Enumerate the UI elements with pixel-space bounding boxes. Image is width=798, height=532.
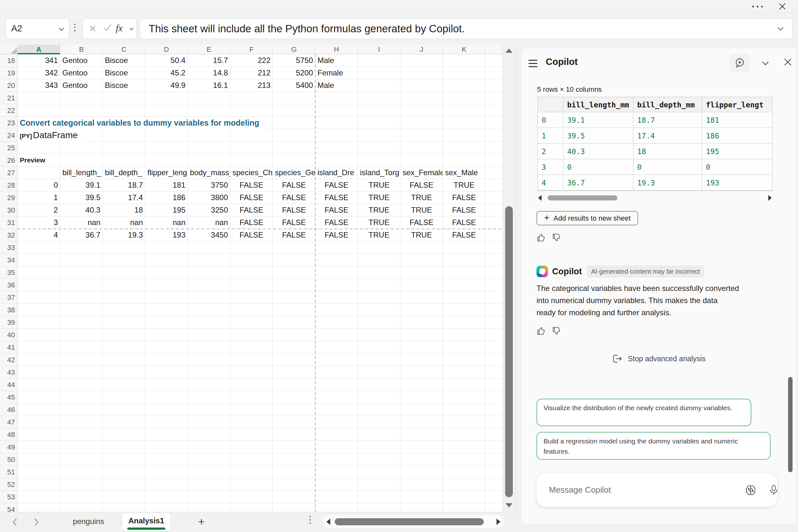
cell-E31[interactable]: nan xyxy=(188,216,230,229)
row-header-53[interactable]: 53 xyxy=(0,491,18,503)
cell-A26[interactable]: Preview xyxy=(18,154,60,167)
cell-B49[interactable] xyxy=(60,441,102,453)
vertical-scrollbar-thumb[interactable] xyxy=(505,206,513,497)
cell-J25[interactable] xyxy=(400,141,443,154)
name-box-chevron-icon[interactable] xyxy=(59,25,64,31)
cell-C31[interactable]: nan xyxy=(102,216,145,229)
cell-G53[interactable] xyxy=(273,491,315,503)
cell-I29[interactable]: TRUE xyxy=(358,191,400,204)
cell-J32[interactable]: TRUE xyxy=(400,229,443,241)
grid-vertical-scrollbar[interactable] xyxy=(503,45,515,512)
cell-I23[interactable] xyxy=(358,117,400,129)
cell-H54[interactable] xyxy=(315,503,358,512)
cell-partial-35[interactable] xyxy=(485,266,502,279)
cell-I28[interactable]: TRUE xyxy=(358,179,400,191)
cell-C37[interactable] xyxy=(102,291,145,304)
row-header-23[interactable]: 23 xyxy=(0,117,18,129)
cell-J23[interactable] xyxy=(400,117,443,129)
cell-J42[interactable] xyxy=(400,354,443,366)
row-header-29[interactable]: 29 xyxy=(0,191,18,204)
cell-G23[interactable] xyxy=(273,117,315,129)
thumbs-up-icon[interactable] xyxy=(536,326,546,336)
cell-partial-29[interactable] xyxy=(485,191,502,204)
cell-H19[interactable]: Female xyxy=(315,67,358,79)
scroll-right-icon[interactable] xyxy=(496,518,500,525)
cell-K50[interactable] xyxy=(443,453,485,466)
cell-I20[interactable] xyxy=(358,79,400,92)
row-header-49[interactable]: 49 xyxy=(0,441,18,453)
cell-G52[interactable] xyxy=(273,478,315,491)
cell-I36[interactable] xyxy=(358,279,400,291)
cell-F29[interactable]: FALSE xyxy=(230,191,273,204)
cell-D49[interactable] xyxy=(145,441,188,453)
cell-partial-38[interactable] xyxy=(485,304,502,316)
cell-J53[interactable] xyxy=(400,491,443,503)
cell-E20[interactable]: 16.1 xyxy=(188,79,230,92)
cell-J47[interactable] xyxy=(400,416,443,429)
sheet-options-icon[interactable] xyxy=(309,516,311,524)
sheet-tab-penguins[interactable]: penguins xyxy=(73,517,104,526)
cell-D28[interactable]: 181 xyxy=(145,179,188,191)
cell-B19[interactable]: Gentoo xyxy=(60,67,102,79)
cell-I53[interactable] xyxy=(358,491,400,503)
cell-B43[interactable] xyxy=(60,366,102,379)
cell-J20[interactable] xyxy=(400,79,443,92)
cell-partial-40[interactable] xyxy=(485,329,502,341)
cell-E33[interactable] xyxy=(188,241,230,254)
cell-D26[interactable] xyxy=(145,154,188,167)
cell-C24[interactable] xyxy=(102,129,145,141)
cell-J35[interactable] xyxy=(400,266,443,279)
cell-I27[interactable]: island_Torg xyxy=(358,167,400,179)
cell-K20[interactable] xyxy=(443,79,485,92)
cell-G36[interactable] xyxy=(273,279,315,291)
cell-A47[interactable] xyxy=(18,416,60,429)
suggestion-chip[interactable]: Build a regression model using the dummy… xyxy=(536,432,771,460)
cell-C34[interactable] xyxy=(102,254,145,266)
cell-A49[interactable] xyxy=(18,441,60,453)
cell-partial-48[interactable] xyxy=(485,429,502,441)
cell-F52[interactable] xyxy=(230,478,273,491)
cell-E19[interactable]: 14.8 xyxy=(188,67,230,79)
row-header-41[interactable]: 41 xyxy=(0,341,18,354)
cell-partial-42[interactable] xyxy=(485,354,502,366)
row-header-54[interactable]: 54 xyxy=(0,503,18,512)
cell-H27[interactable]: island_Dre xyxy=(315,167,358,179)
cell-F31[interactable]: FALSE xyxy=(230,216,273,229)
cell-E43[interactable] xyxy=(188,366,230,379)
cell-E53[interactable] xyxy=(188,491,230,503)
cell-B28[interactable]: 39.1 xyxy=(60,179,102,191)
cell-K49[interactable] xyxy=(443,441,485,453)
cell-F32[interactable]: FALSE xyxy=(230,229,273,241)
cell-J26[interactable] xyxy=(400,154,443,167)
cell-E48[interactable] xyxy=(188,429,230,441)
cell-J18[interactable] xyxy=(400,54,443,67)
cell-K52[interactable] xyxy=(443,478,485,491)
cell-B45[interactable] xyxy=(60,391,102,403)
cell-A42[interactable] xyxy=(18,354,60,366)
column-header-K[interactable]: K xyxy=(443,45,485,54)
close-panel-icon[interactable] xyxy=(783,57,793,67)
row-header-34[interactable]: 34 xyxy=(0,254,18,266)
cell-A27[interactable] xyxy=(18,167,60,179)
formula-input[interactable]: This sheet will include all the Python f… xyxy=(140,18,793,39)
cell-I37[interactable] xyxy=(358,291,400,304)
cell-B35[interactable] xyxy=(60,266,102,279)
cell-E39[interactable] xyxy=(188,316,230,329)
cell-B50[interactable] xyxy=(60,453,102,466)
cell-F41[interactable] xyxy=(230,341,273,354)
cell-K24[interactable] xyxy=(443,129,485,141)
row-header-25[interactable]: 25 xyxy=(0,141,18,154)
select-all-corner[interactable] xyxy=(0,45,18,54)
cell-A31[interactable]: 3 xyxy=(18,216,60,229)
cell-H21[interactable] xyxy=(315,92,358,104)
cell-J54[interactable] xyxy=(400,503,443,512)
cell-J49[interactable] xyxy=(400,441,443,453)
cell-A32[interactable]: 4 xyxy=(18,229,60,241)
cell-partial-19[interactable] xyxy=(485,67,502,79)
row-header-32[interactable]: 32 xyxy=(0,229,18,241)
cell-G42[interactable] xyxy=(273,354,315,366)
cell-J50[interactable] xyxy=(400,453,443,466)
cell-B25[interactable] xyxy=(60,141,102,154)
row-header-39[interactable]: 39 xyxy=(0,316,18,329)
cell-J52[interactable] xyxy=(400,478,443,491)
